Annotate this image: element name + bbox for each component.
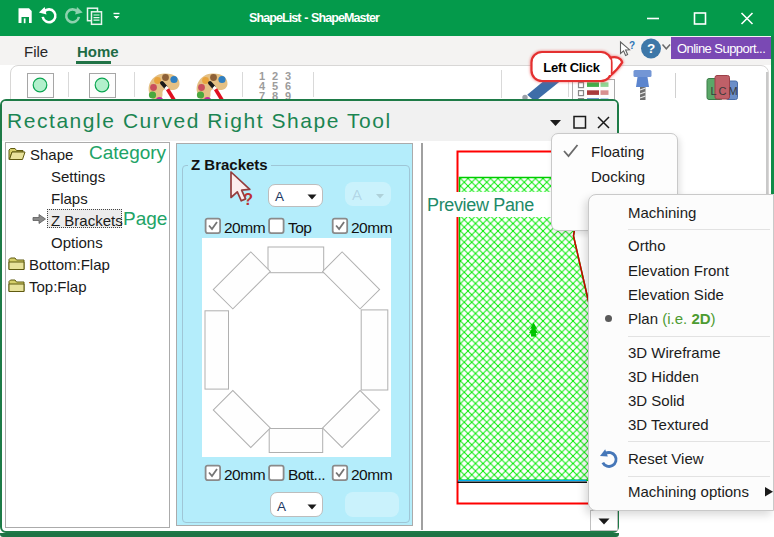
svg-text:L: L (711, 85, 717, 97)
svg-text:M: M (729, 85, 738, 97)
svg-text:?: ? (629, 40, 635, 51)
svg-text:?: ? (243, 191, 253, 208)
svg-text:Left Click: Left Click (543, 60, 600, 75)
svg-text:C: C (719, 85, 727, 97)
svg-text:?: ? (647, 41, 655, 56)
